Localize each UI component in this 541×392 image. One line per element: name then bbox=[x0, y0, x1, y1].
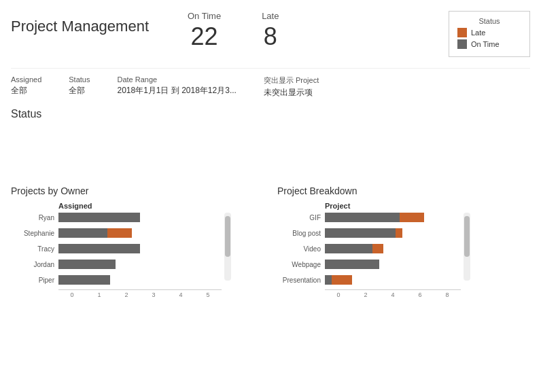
legend-box: Status Late On Time bbox=[449, 11, 530, 57]
owner-tick-0: 0 bbox=[58, 291, 86, 298]
bar-gray-presentation bbox=[325, 275, 332, 285]
bar-track-webpage bbox=[325, 260, 379, 269]
bar-gray-ryan bbox=[58, 213, 140, 222]
project-breakdown-title: Project Breakdown bbox=[277, 185, 530, 196]
filter-date-range[interactable]: Date Range 2018年1月1日 到 2018年12月3... bbox=[117, 75, 236, 99]
project-breakdown-with-scroll: Project GIF Blog post bbox=[277, 202, 530, 298]
bar-row-webpage: Webpage bbox=[277, 258, 461, 270]
projects-by-owner-chart: Projects by Owner Assigned Ryan Stephani… bbox=[11, 185, 264, 298]
on-time-stat: On Time 22 bbox=[188, 11, 221, 51]
bar-row-blogpost: Blog post bbox=[277, 227, 461, 239]
bar-row-stephanie: Stephanie bbox=[11, 227, 222, 239]
owner-tick-2: 2 bbox=[113, 291, 140, 298]
project-breakdown-bars: Project GIF Blog post bbox=[277, 202, 461, 298]
bar-track-presentation bbox=[325, 275, 352, 285]
bar-label-piper: Piper bbox=[11, 277, 58, 284]
bar-label-ryan: Ryan bbox=[11, 214, 58, 221]
bar-row-piper: Piper bbox=[11, 274, 222, 286]
legend-color-late bbox=[457, 28, 467, 37]
bar-orange-video bbox=[372, 244, 383, 253]
late-stat: Late 8 bbox=[262, 11, 279, 51]
filter-assigned[interactable]: Assigned 全部 bbox=[11, 75, 41, 99]
bar-gray-video bbox=[325, 244, 372, 253]
project-tick-6: 6 bbox=[406, 291, 434, 298]
bar-gray-blogpost bbox=[325, 228, 396, 238]
bar-track-gif bbox=[325, 213, 424, 222]
project-tick-4: 4 bbox=[379, 291, 406, 298]
owner-scrollbar[interactable] bbox=[224, 213, 231, 281]
project-tick-8: 8 bbox=[434, 291, 461, 298]
bar-track-piper bbox=[58, 275, 110, 285]
bar-gray-jordan bbox=[58, 260, 116, 269]
owner-tick-4: 4 bbox=[167, 291, 194, 298]
bar-orange-gif bbox=[400, 213, 424, 222]
filters-row: Assigned 全部 Status 全部 Date Range 2018年1月… bbox=[11, 68, 530, 99]
bar-row-video: Video bbox=[277, 243, 461, 255]
project-tick-0: 0 bbox=[325, 291, 352, 298]
legend-label-ontime: On Time bbox=[471, 40, 500, 48]
filter-status[interactable]: Status 全部 bbox=[69, 75, 90, 99]
bar-row-ryan: Ryan bbox=[11, 211, 222, 224]
bar-track-stephanie bbox=[58, 228, 132, 238]
legend-item-late: Late bbox=[457, 28, 521, 37]
status-section: Status bbox=[11, 108, 530, 179]
bar-row-tracy: Tracy bbox=[11, 243, 222, 255]
owner-tick-3: 3 bbox=[140, 291, 167, 298]
bar-label-tracy: Tracy bbox=[11, 245, 58, 253]
filter-assigned-label: Assigned bbox=[11, 75, 41, 84]
project-axis-label: Project bbox=[325, 202, 461, 210]
bar-orange-presentation bbox=[332, 275, 352, 285]
bar-orange-blogpost bbox=[396, 228, 402, 238]
project-tick-2: 2 bbox=[352, 291, 379, 298]
filter-highlight-label: 突出显示 Project bbox=[264, 75, 319, 86]
bar-gray-piper bbox=[58, 275, 110, 285]
bar-gray-gif bbox=[325, 213, 400, 222]
legend-label-late: Late bbox=[471, 29, 485, 37]
bar-row-gif: GIF bbox=[277, 211, 461, 224]
projects-by-owner-with-scroll: Assigned Ryan Stephanie bbox=[11, 202, 264, 298]
late-value: 8 bbox=[262, 22, 279, 51]
bar-label-stephanie: Stephanie bbox=[11, 230, 58, 237]
filter-assigned-value: 全部 bbox=[11, 85, 41, 96]
stats-section: On Time 22 Late 8 bbox=[188, 11, 279, 51]
legend-title: Status bbox=[457, 17, 521, 25]
project-scrollbar[interactable] bbox=[464, 213, 470, 281]
owner-scrollbar-thumb[interactable] bbox=[225, 216, 230, 257]
project-scrollbar-thumb[interactable] bbox=[464, 216, 470, 257]
on-time-label: On Time bbox=[188, 11, 221, 21]
late-label: Late bbox=[262, 11, 279, 21]
filter-date-label: Date Range bbox=[117, 75, 236, 84]
projects-by-owner-title: Projects by Owner bbox=[11, 185, 264, 196]
page-title: Project Management bbox=[11, 18, 174, 35]
bar-label-blogpost: Blog post bbox=[277, 230, 325, 237]
header: Project Management On Time 22 Late 8 Sta… bbox=[11, 11, 530, 57]
page: Project Management On Time 22 Late 8 Sta… bbox=[0, 0, 541, 392]
bar-label-jordan: Jordan bbox=[11, 261, 58, 268]
legend-color-ontime bbox=[457, 39, 467, 49]
bar-track-jordan bbox=[58, 260, 116, 269]
bar-track-tracy bbox=[58, 244, 140, 253]
bar-track-video bbox=[325, 244, 383, 253]
on-time-value: 22 bbox=[188, 22, 221, 51]
owner-axis-row: 0 1 2 3 4 5 bbox=[58, 289, 222, 298]
project-axis-row: 0 2 4 6 8 bbox=[325, 289, 461, 298]
filter-status-value: 全部 bbox=[69, 85, 90, 96]
bar-label-video: Video bbox=[277, 245, 325, 253]
bar-orange-stephanie bbox=[107, 228, 132, 238]
filter-highlight[interactable]: 突出显示 Project 未突出显示项 bbox=[264, 75, 319, 99]
bar-gray-stephanie bbox=[58, 228, 107, 238]
owner-tick-1: 1 bbox=[86, 291, 113, 298]
bar-track-blogpost bbox=[325, 228, 402, 238]
legend-item-ontime: On Time bbox=[457, 39, 521, 49]
bar-track-ryan bbox=[58, 213, 140, 222]
filter-highlight-value: 未突出显示项 bbox=[264, 87, 319, 99]
bar-label-webpage: Webpage bbox=[277, 261, 325, 268]
bar-label-gif: GIF bbox=[277, 214, 325, 221]
status-chart-area bbox=[11, 124, 530, 179]
bar-gray-tracy bbox=[58, 244, 140, 253]
filter-status-label: Status bbox=[69, 75, 90, 84]
bar-row-jordan: Jordan bbox=[11, 258, 222, 270]
owner-tick-5: 5 bbox=[194, 291, 222, 298]
charts-area: Projects by Owner Assigned Ryan Stephani… bbox=[11, 185, 530, 298]
bar-label-presentation: Presentation bbox=[277, 277, 325, 284]
